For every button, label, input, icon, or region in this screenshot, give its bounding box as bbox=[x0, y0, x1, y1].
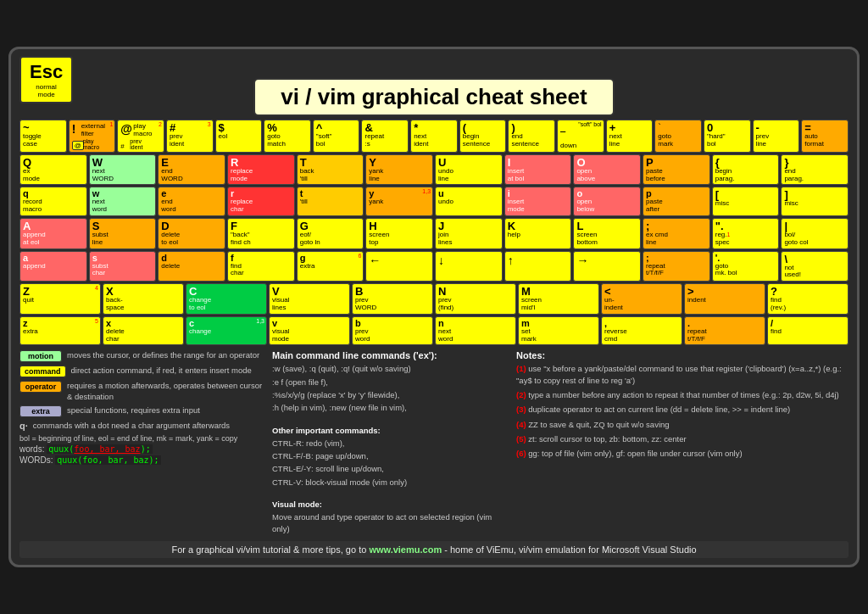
key-comma-lower: ,reversecmd bbox=[601, 316, 682, 346]
key-semicolon-lower: ;repeatt/T/f/F bbox=[643, 251, 710, 282]
key-G-upper: Geof/goto ln bbox=[297, 218, 364, 249]
key-n-lower: nnextword bbox=[435, 316, 516, 346]
key-g-lower: gextra 6 bbox=[297, 251, 364, 282]
key-y-lower: yyank 1,3 bbox=[365, 187, 433, 216]
key-k-lower: ↑ bbox=[504, 251, 572, 282]
extra-legend: extra special functions, requires extra … bbox=[19, 405, 265, 417]
operator-badge: operator bbox=[19, 381, 62, 393]
esc-label: Esc bbox=[30, 61, 63, 83]
key-3: # prevident 3 bbox=[166, 120, 214, 153]
key-2: @ playmacro # prevident 2 bbox=[117, 120, 164, 153]
operator-legend: operator requires a motion afterwards, o… bbox=[19, 381, 265, 402]
motion-legend: motion moves the cursor, or defines the … bbox=[19, 350, 265, 362]
commands-title: Main command line commands ('ex'): bbox=[272, 350, 509, 360]
visual-mode-desc: Move around and type operator to act on … bbox=[272, 511, 509, 534]
key-d-lower: ddelete bbox=[158, 251, 225, 282]
key-lbrace: {beginparag. bbox=[712, 154, 780, 186]
key-w-lower: wnextword bbox=[89, 187, 157, 216]
note-6: (6) gg: top of file (vim only), gf: open… bbox=[516, 448, 849, 459]
key-F-upper: F"back"find ch bbox=[227, 218, 295, 249]
commands-section: Main command line commands ('ex'): :w (s… bbox=[272, 350, 509, 536]
key-plus: +nextline bbox=[606, 120, 654, 153]
key-minus: -prevline bbox=[753, 120, 800, 153]
page-title: vi / vim graphical cheat sheet bbox=[281, 84, 587, 110]
words-example: quux(foo, bar, baz); bbox=[47, 444, 152, 454]
footer-text2: - home of ViEmu, vi/vim emulation for Mi… bbox=[444, 544, 696, 555]
qwerty-row: Qexmode WnextWORD EendWORD Rreplacemode … bbox=[19, 154, 849, 186]
key-D-upper: Ddeleteto eol bbox=[158, 218, 225, 249]
key-A-upper: Aappendat eol bbox=[19, 218, 87, 249]
command-legend: command direct action command, if red, i… bbox=[19, 366, 265, 377]
key-slash-lower: /find bbox=[767, 316, 849, 346]
key-caret: ^"soft"bol bbox=[313, 120, 360, 153]
zxcv-upper-row: Zquit 4 Xback-space Cchangeto eol Vvisua… bbox=[19, 283, 849, 315]
key-star: *nextident bbox=[410, 120, 458, 153]
key-M-upper: Mscreenmid'l bbox=[518, 283, 599, 315]
visual-mode-title: Visual mode: bbox=[272, 499, 509, 510]
bottom-section: motion moves the cursor, or defines the … bbox=[19, 350, 849, 536]
key-R-upper: Rreplacemode bbox=[227, 154, 295, 186]
other-cmds-title: Other important commands: bbox=[272, 425, 509, 436]
key-quote-upper: ".reg.1spec bbox=[712, 218, 780, 249]
key-backtick: ` gotomark bbox=[654, 120, 702, 153]
key-question-upper: ?find(rev.) bbox=[767, 283, 849, 315]
key-t-lower: t'till bbox=[297, 187, 364, 216]
key-m-lower: msetmark bbox=[518, 316, 599, 346]
key-Z-upper: Zquit 4 bbox=[19, 283, 101, 315]
key-backslash-lower: \notused! bbox=[781, 251, 849, 282]
number-row: ~togglecase ! externalfilter @ playmacro… bbox=[19, 120, 849, 153]
key-b-lower: bprevword bbox=[352, 316, 433, 346]
key-C-upper: Cchangeto eol bbox=[186, 283, 267, 315]
key-dollar: $eol bbox=[215, 120, 263, 153]
key-V-upper: Vvisuallines bbox=[269, 283, 350, 315]
qwerty-lower-row: qrecordmacro wnextword eendword rreplace… bbox=[19, 187, 849, 216]
key-c-lower: cchange 1,3 bbox=[186, 316, 267, 346]
key-B-upper: BprevWORD bbox=[352, 283, 433, 315]
dot-symbol: q· bbox=[19, 421, 28, 431]
key-j-lower: ↓ bbox=[435, 251, 503, 282]
main-container: version 1.1 April 1st, 06 Esc normalmode… bbox=[8, 47, 860, 567]
key-rbracket: ]misc bbox=[781, 187, 849, 216]
key-f-lower: ffindchar bbox=[227, 251, 295, 282]
key-P-upper: Ppastebefore bbox=[643, 154, 710, 186]
key-K-upper: Khelp bbox=[504, 218, 572, 249]
key-T-upper: Tback'till bbox=[297, 154, 364, 186]
legend-section: motion moves the cursor, or defines the … bbox=[19, 350, 265, 536]
WORDS-example: quux(foo, bar, baz); bbox=[55, 455, 160, 465]
key-percent: %gotomatch bbox=[264, 120, 311, 153]
key-r-lower: rreplacechar bbox=[227, 187, 295, 216]
cmd-ctrlfb: CTRL-F/-B: page up/down, bbox=[272, 450, 509, 461]
key-o-lower: oopenbelow bbox=[573, 187, 641, 216]
cmd-ctrlv: CTRL-V: block-visual mode (vim only) bbox=[272, 477, 509, 488]
cmd-line-2: :e f (open file f), bbox=[272, 377, 509, 388]
footer-bar: For a graphical vi/vim tutorial & more t… bbox=[19, 541, 849, 558]
key-lparen: (beginsentence bbox=[459, 120, 507, 153]
key-I-upper: Iinsertat bol bbox=[504, 154, 572, 186]
key-amp: &repeat:s bbox=[361, 120, 409, 153]
title-box: vi / vim graphical cheat sheet bbox=[253, 78, 614, 116]
key-X-upper: Xback-space bbox=[103, 283, 184, 315]
key-semicolon-upper: ;ex cmdline bbox=[643, 218, 710, 249]
extra-badge: extra bbox=[19, 405, 62, 417]
key-O-upper: Oopenabove bbox=[573, 154, 641, 186]
key-Q: Qexmode bbox=[19, 154, 87, 186]
version-info: version 1.1 April 1st, 06 bbox=[19, 56, 849, 78]
command-badge: command bbox=[19, 366, 66, 377]
key-apos-lower: '.gotomk. bol bbox=[712, 251, 780, 282]
key-H-upper: Hscreentop bbox=[365, 218, 433, 249]
key-L-upper: Lscreenbottom bbox=[573, 218, 641, 249]
key-s-lower: ssubstchar bbox=[89, 251, 157, 282]
footer-text: For a graphical vi/vim tutorial & more t… bbox=[171, 544, 369, 555]
key-period-lower: .repeatt/T/f/F bbox=[684, 316, 765, 346]
asdf-lower-row: aappend ssubstchar ddelete ffindchar gex… bbox=[19, 251, 849, 282]
key-gt-upper: >indent bbox=[684, 283, 765, 315]
WORDS-line: WORDs: quux(foo, bar, baz); bbox=[19, 455, 265, 465]
key-S-upper: Ssubstline bbox=[89, 218, 157, 249]
note-2: (2) type a number before any action to r… bbox=[516, 389, 849, 400]
footer-url: www.viemu.com bbox=[369, 544, 442, 555]
esc-key: Esc normalmode bbox=[19, 56, 73, 103]
cmd-line-4: :h (help in vim), :new (new file in vim)… bbox=[272, 402, 509, 413]
notes-title: Notes: bbox=[516, 350, 849, 360]
dot-legend: q· commands with a dot need a char argum… bbox=[19, 421, 265, 431]
bol-line: bol = beginning of line, eol = end of li… bbox=[19, 434, 265, 443]
